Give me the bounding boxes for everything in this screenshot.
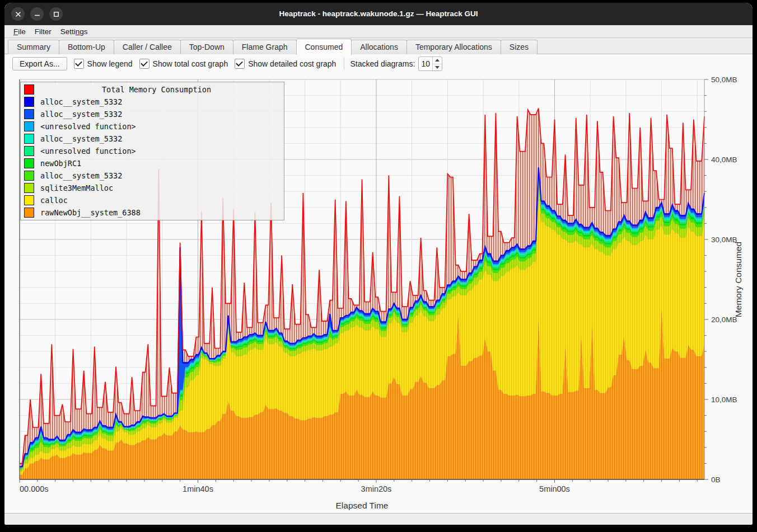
menu-item-file[interactable]: File xyxy=(9,26,30,37)
tab-flame-graph[interactable]: Flame Graph xyxy=(233,40,297,54)
menu-item-filter[interactable]: Filter xyxy=(30,26,56,37)
legend-label: rawNewObj__system_6388 xyxy=(40,208,141,217)
x-tick-label: 3min20s xyxy=(361,484,392,493)
spinner-up-icon xyxy=(435,59,440,62)
toolbar-separator xyxy=(344,58,344,70)
legend-swatch xyxy=(24,121,34,131)
legend-item: alloc__system_5332 xyxy=(21,133,284,145)
tab-bottom-up[interactable]: Bottom-Up xyxy=(59,40,114,54)
legend-swatch xyxy=(24,208,34,218)
checkbox-show-legend[interactable]: Show legend xyxy=(74,59,133,69)
legend-item: alloc__system_5332 xyxy=(21,96,284,108)
stacked-diagrams-spinner[interactable]: 10 xyxy=(418,57,442,71)
export-as-button[interactable]: Export As... xyxy=(12,57,67,70)
legend-title-row: Total Memory Consumption xyxy=(21,83,284,96)
legend-item: sqlite3MemMalloc xyxy=(21,182,284,194)
legend-item: <unresolved function> xyxy=(21,120,284,133)
stacked-diagrams-label: Stacked diagrams: xyxy=(350,59,415,68)
title-bar: Heaptrack - heaptrack.wakunode.1.gz — He… xyxy=(4,3,753,25)
tab-top-down[interactable]: Top-Down xyxy=(180,40,233,54)
checkbox-box[interactable] xyxy=(235,59,245,69)
y-tick-label: 0B xyxy=(711,475,721,484)
legend-label: alloc__system_5332 xyxy=(40,97,122,106)
checkbox-label: Show total cost graph xyxy=(153,59,228,68)
checkbox-label: Show detailed cost graph xyxy=(248,59,336,68)
legend-title: Total Memory Consumption xyxy=(40,85,284,94)
tab-temporary-allocations[interactable]: Temporary Allocations xyxy=(406,40,501,54)
legend-swatch xyxy=(24,158,34,168)
legend-swatch xyxy=(24,171,34,181)
legend-swatch xyxy=(24,146,34,156)
legend-label: alloc__system_5332 xyxy=(40,171,122,180)
checkbox-box[interactable] xyxy=(74,59,84,69)
chart-legend: Total Memory Consumptionalloc__system_53… xyxy=(20,82,284,220)
tab-sizes[interactable]: Sizes xyxy=(501,40,538,54)
legend-swatch xyxy=(24,97,34,107)
checkbox-box[interactable] xyxy=(139,59,149,69)
legend-label: newObjRC1 xyxy=(40,159,81,168)
toolbar: Export As... Show legendShow total cost … xyxy=(4,54,753,73)
legend-swatch xyxy=(24,183,34,193)
window-bottom-margin xyxy=(4,514,753,525)
legend-item: alloc__system_5332 xyxy=(21,108,284,120)
app-window: Heaptrack - heaptrack.wakunode.1.gz — He… xyxy=(4,3,753,525)
tab-caller-callee[interactable]: Caller / Callee xyxy=(114,40,181,54)
x-axis-title: Elapsed Time xyxy=(336,501,389,510)
menu-bar: FileFilterSettings xyxy=(4,25,753,38)
spinner-up-button[interactable] xyxy=(433,57,442,64)
legend-item: rawNewObj__system_6388 xyxy=(21,206,284,219)
spinner-down-icon xyxy=(435,66,440,69)
legend-item: alloc__system_5332 xyxy=(21,170,284,182)
x-tick-label: 5min00s xyxy=(539,484,570,493)
legend-item: newObjRC1 xyxy=(21,157,284,170)
tab-bar: SummaryBottom-UpCaller / CalleeTop-DownF… xyxy=(4,38,753,54)
checkbox-show-total-cost-graph[interactable]: Show total cost graph xyxy=(139,59,228,69)
tab-allocations[interactable]: Allocations xyxy=(351,40,407,54)
y-tick-label: 50,0MB xyxy=(711,76,737,84)
x-tick-label: 1min40s xyxy=(183,484,213,493)
x-tick-label: 00.000s xyxy=(20,484,49,493)
legend-label: sqlite3MemMalloc xyxy=(40,183,113,192)
window-title: Heaptrack - heaptrack.wakunode.1.gz — He… xyxy=(4,3,753,25)
menu-item-settings[interactable]: Settings xyxy=(56,26,92,37)
y-tick-label: 10,0MB xyxy=(711,396,737,404)
legend-label: alloc__system_5332 xyxy=(40,134,122,143)
legend-swatch xyxy=(24,195,34,205)
legend-label: alloc__system_5332 xyxy=(40,110,122,119)
spinner-value: 10 xyxy=(419,57,432,70)
legend-label: <unresolved function> xyxy=(40,147,136,156)
tab-summary[interactable]: Summary xyxy=(8,40,59,54)
spinner-down-button[interactable] xyxy=(433,64,442,71)
legend-swatch-total xyxy=(24,84,34,95)
checkbox-show-detailed-cost-graph[interactable]: Show detailed cost graph xyxy=(235,59,336,69)
y-tick-label: 40,0MB xyxy=(711,156,737,164)
memory-consumption-chart: 00.000s1min40s3min20s5min00s0B10,0MB20,0… xyxy=(4,73,753,514)
legend-label: calloc xyxy=(40,196,68,205)
legend-label: <unresolved function> xyxy=(40,122,136,131)
tab-consumed[interactable]: Consumed xyxy=(296,39,352,55)
y-axis-title: Memory Consumed xyxy=(733,242,743,317)
legend-item: calloc xyxy=(21,194,284,206)
legend-swatch xyxy=(24,134,34,144)
legend-item: <unresolved function> xyxy=(21,145,284,157)
checkbox-label: Show legend xyxy=(87,59,133,68)
legend-swatch xyxy=(24,109,34,119)
